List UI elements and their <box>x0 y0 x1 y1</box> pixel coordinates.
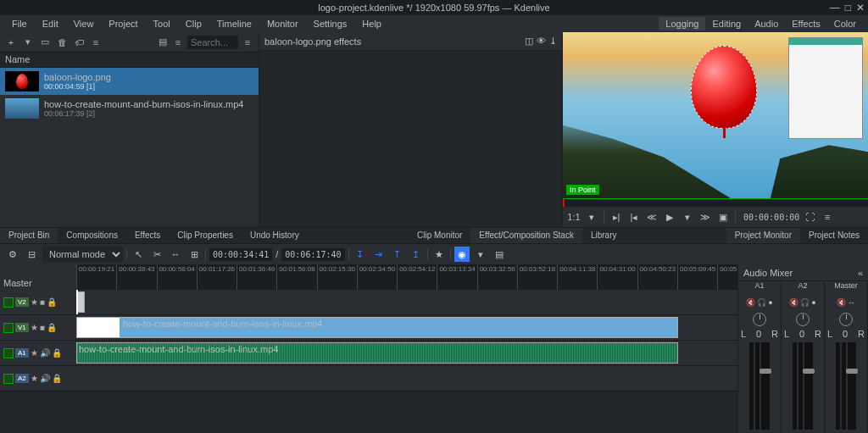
star-icon[interactable]: ★ <box>31 323 38 332</box>
edit-mode-select[interactable]: Normal mode <box>42 247 123 262</box>
volume-fader[interactable] <box>804 342 813 430</box>
pan-knob[interactable] <box>839 313 853 326</box>
chevron-down-icon[interactable]: ▾ <box>473 247 488 262</box>
monitor-ruler[interactable] <box>563 198 868 207</box>
insert-icon[interactable]: ⇥ <box>371 247 387 262</box>
bin-header-name[interactable]: Name <box>0 53 259 68</box>
forward-icon[interactable]: ≫ <box>698 209 713 225</box>
tab-compositions[interactable]: Compositions <box>58 228 126 243</box>
layout-logging[interactable]: Logging <box>659 17 705 31</box>
bin-item[interactable]: how-to-create-mount-and-burn-isos-in-lin… <box>0 95 259 122</box>
layout-effects[interactable]: Effects <box>785 17 826 31</box>
master-label[interactable]: Master <box>0 264 76 290</box>
layout-audio[interactable]: Audio <box>748 17 785 31</box>
mute-icon[interactable]: 🔇 <box>837 298 846 307</box>
edit-mode-icon[interactable]: ▣ <box>715 209 731 225</box>
pan-knob[interactable] <box>753 313 766 326</box>
pan-knob[interactable] <box>796 313 810 326</box>
delete-icon[interactable]: 🗑 <box>56 36 68 48</box>
scale-selector[interactable]: 1:1 <box>566 209 581 225</box>
track-head[interactable]: A1 ★ 🔊 🔒 <box>0 341 76 365</box>
panel-menu-icon[interactable]: ≡ <box>242 36 253 48</box>
record-icon[interactable]: ● <box>811 298 815 307</box>
track-body[interactable] <box>76 290 737 314</box>
fullscreen-icon[interactable]: ⛶ <box>802 209 817 225</box>
star-icon[interactable]: ★ <box>31 348 38 358</box>
search-input[interactable] <box>187 36 238 49</box>
volume-fader[interactable] <box>761 342 770 430</box>
tab-effect-stack[interactable]: Effect/Composition Stack <box>470 228 582 243</box>
mute-icon[interactable]: ■ <box>40 323 45 332</box>
razor-tool-icon[interactable]: ✂ <box>149 247 164 262</box>
pointer-tool-icon[interactable]: ↖ <box>131 247 146 262</box>
track-body[interactable]: how-to-create-mount-and-burn-isos-in-lin… <box>76 341 737 365</box>
timeline-ruler[interactable]: 00:00:19:21 00:00:38:43 00:00:58:04 00:0… <box>76 264 737 290</box>
menu-edit[interactable]: Edit <box>36 17 65 31</box>
set-in-icon[interactable]: ▸| <box>609 209 624 225</box>
spacer-tool-icon[interactable]: ↔ <box>168 247 183 262</box>
menu-monitor[interactable]: Monitor <box>260 17 305 31</box>
mute-icon[interactable]: ■ <box>40 297 45 307</box>
lock-icon[interactable]: 🔒 <box>47 323 57 332</box>
menu-timeline[interactable]: Timeline <box>210 17 259 31</box>
track-active-toggle[interactable] <box>3 348 14 358</box>
add-clip-icon[interactable]: + <box>5 36 17 48</box>
chevron-down-icon[interactable]: ▾ <box>584 209 599 225</box>
menu-settings[interactable]: Settings <box>307 17 354 31</box>
monitor-options-icon[interactable]: ≡ <box>820 209 835 225</box>
gear-icon[interactable]: ⚙ <box>5 247 20 262</box>
tag-icon[interactable]: 🏷 <box>73 36 85 48</box>
favorite-icon[interactable]: ★ <box>431 247 447 262</box>
track-head[interactable]: V2 ★ ■ 🔒 <box>0 290 76 314</box>
tab-project-monitor[interactable]: Project Monitor <box>726 228 800 243</box>
folder-icon[interactable]: ▭ <box>39 36 51 48</box>
bin-item[interactable]: baloon-logo.png 00:00:04:59 [1] <box>0 68 259 95</box>
tab-project-notes[interactable]: Project Notes <box>800 228 868 243</box>
solo-icon[interactable]: 🎧 <box>757 298 766 307</box>
record-icon[interactable]: ● <box>768 298 772 307</box>
chevron-down-icon[interactable]: ▾ <box>22 36 34 48</box>
star-icon[interactable]: ★ <box>31 297 38 307</box>
speaker-icon[interactable]: 🔊 <box>40 348 50 358</box>
rewind-icon[interactable]: ≪ <box>644 209 659 225</box>
track-body[interactable]: how-to-create-mount-and-burn-isos-in-lin… <box>76 315 737 340</box>
lock-icon[interactable]: 🔒 <box>52 374 62 383</box>
list-icon[interactable]: ≡ <box>90 36 102 48</box>
speaker-icon[interactable]: 🔊 <box>40 374 50 383</box>
layout-editing[interactable]: Editing <box>705 17 748 31</box>
timeline-clip-audio[interactable]: how-to-create-mount-and-burn-isos-in-lin… <box>76 342 678 364</box>
menu-help[interactable]: Help <box>355 17 388 31</box>
position-timecode[interactable]: 00:00:34:41 <box>209 248 272 261</box>
fit-zoom-icon[interactable]: ⊞ <box>186 247 202 262</box>
lock-icon[interactable]: 🔒 <box>47 297 57 307</box>
minimize-icon[interactable]: — <box>830 2 840 14</box>
eye-icon[interactable]: 👁 <box>537 36 546 47</box>
monitor-viewport[interactable]: In Point <box>563 32 868 198</box>
timeline-clip-video[interactable]: how-to-create-mount-and-burn-isos-in-lin… <box>76 317 678 338</box>
chevron-down-icon[interactable]: ▾ <box>680 209 695 225</box>
tab-clip-monitor[interactable]: Clip Monitor <box>409 228 470 243</box>
monitor-timecode[interactable]: 00:00:00:00 <box>743 213 799 222</box>
track-head[interactable]: V1 ★ ■ 🔒 <box>0 315 76 340</box>
menu-tool[interactable]: Tool <box>147 17 177 31</box>
track-comp-icon[interactable]: ⊟ <box>24 247 39 262</box>
track-active-toggle[interactable] <box>3 297 14 308</box>
tab-library[interactable]: Library <box>582 228 626 243</box>
expand-icon[interactable]: ↔ <box>848 298 855 307</box>
overwrite-icon[interactable]: ↧ <box>353 247 368 262</box>
mute-icon[interactable]: 🔇 <box>746 298 755 307</box>
star-icon[interactable]: ★ <box>31 374 38 383</box>
track-active-toggle[interactable] <box>3 323 14 333</box>
compare-icon[interactable]: ◫ <box>525 36 533 47</box>
tab-undo-history[interactable]: Undo History <box>242 228 308 243</box>
layout-color[interactable]: Color <box>827 17 863 31</box>
show-audio-icon[interactable]: ▤ <box>492 247 507 262</box>
set-out-icon[interactable]: |◂ <box>626 209 642 225</box>
solo-icon[interactable]: 🎧 <box>800 298 810 307</box>
save-stack-icon[interactable]: ⤓ <box>549 36 557 47</box>
track-body[interactable] <box>76 366 737 391</box>
extract-icon[interactable]: ⤒ <box>390 247 405 262</box>
track-active-toggle[interactable] <box>3 374 14 384</box>
close-icon[interactable]: ✕ <box>856 2 865 14</box>
tab-effects[interactable]: Effects <box>126 228 169 243</box>
